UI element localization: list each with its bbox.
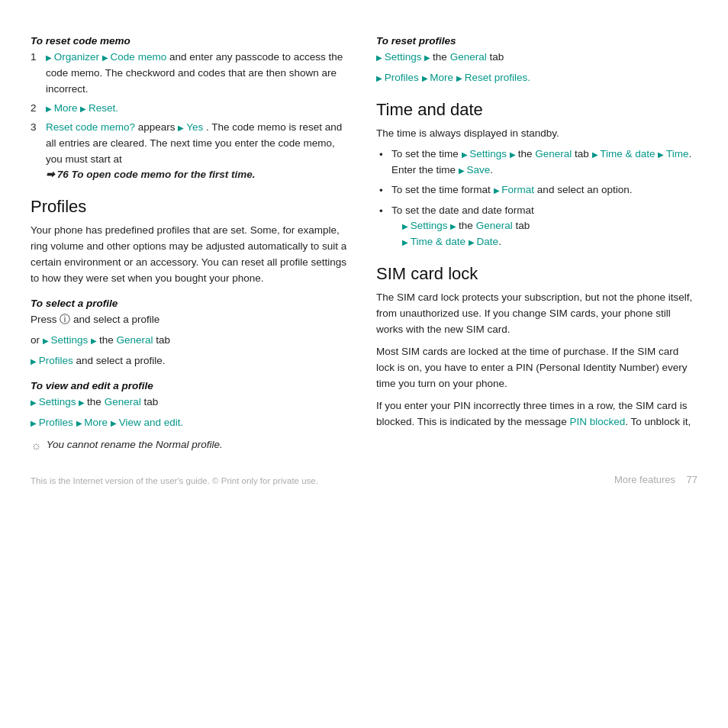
link-settings-rp[interactable]: Settings [385, 51, 422, 63]
page-layout: To reset code memo 1 ▶ Organizer ▶ Code … [31, 24, 697, 453]
view-edit-line1: ▶ Settings ▶ the General tab [31, 395, 352, 411]
link-general-td[interactable]: General [535, 148, 572, 159]
link-general-sel[interactable]: General [116, 334, 153, 346]
arrow-icon: ▶ [510, 150, 518, 159]
link-view-edit[interactable]: View and edit. [119, 417, 184, 428]
item-num-1: 1 [31, 50, 41, 98]
footer: This is the Internet version of the user… [31, 474, 697, 485]
sim-card-section: SIM card lock The SIM card lock protects… [376, 264, 697, 430]
sim-para2: Most SIM cards are locked at the time of… [376, 344, 697, 392]
arrow-icon: ▶ [462, 150, 470, 159]
link-profiles-rp[interactable]: Profiles [385, 72, 419, 83]
footer-page: More features 77 [614, 474, 697, 485]
link-settings-d[interactable]: Settings [411, 220, 448, 231]
item-num-2: 2 [31, 101, 41, 117]
reset-profiles-heading: To reset profiles [376, 35, 697, 47]
arrow-icon: ▶ [376, 74, 385, 82]
link-organizer[interactable]: Organizer [54, 51, 99, 63]
link-pin-blocked[interactable]: PIN blocked [569, 416, 625, 427]
arrow-icon: ▶ [450, 222, 459, 230]
reset-profiles-line2: ▶ Profiles ▶ More ▶ Reset profiles. [376, 70, 697, 86]
view-edit-heading: To view and edit a profile [31, 380, 352, 391]
sim-para1: The SIM card lock protects your subscrip… [376, 290, 697, 338]
arrow-icon: ▶ [102, 53, 111, 62]
arrow-icon: ▶ [402, 222, 411, 230]
arrow-icon: ▶ [422, 74, 430, 82]
arrow-icon: ▶ [469, 238, 477, 246]
arrow-icon: ▶ [459, 166, 467, 175]
link-more-rp[interactable]: More [430, 72, 453, 83]
arrow-icon: ▶ [91, 337, 99, 345]
arrow-icon: ▶ [80, 105, 89, 113]
select-profile-subsection: To select a profile Press ⓘ and select a… [31, 298, 352, 369]
arrow-icon: ▶ [456, 74, 465, 82]
link-general-ve[interactable]: General [105, 396, 141, 407]
link-code-memo[interactable]: Code memo [111, 51, 167, 63]
item-text-2: ▶ More ▶ Reset. [46, 101, 352, 117]
arrow-icon: ▶ [76, 419, 85, 427]
item-text-1: ▶ Organizer ▶ Code memo and enter any pa… [46, 50, 352, 98]
col-right: To reset profiles ▶ Settings ▶ the Gener… [376, 24, 697, 453]
arrow-icon: ▶ [424, 53, 433, 62]
link-reset-profiles[interactable]: Reset profiles. [465, 72, 530, 83]
bullet-set-date-content: To set the date and date format ▶ Settin… [391, 203, 697, 251]
arrow-icon: ▶ [43, 337, 51, 345]
link-general-d[interactable]: General [476, 220, 513, 231]
ref-link: ➡ 76 To open code memo for the first tim… [46, 169, 256, 180]
arrow-icon: ▶ [31, 357, 39, 366]
arrow-icon: ▶ [46, 105, 54, 113]
arrow-icon: ▶ [111, 419, 119, 427]
time-date-section: Time and date The time is always display… [376, 100, 697, 250]
footer-disclaimer: This is the Internet version of the user… [31, 476, 318, 485]
tip-icon: ☼ [31, 439, 42, 453]
profiles-intro: Your phone has predefined profiles that … [31, 223, 352, 287]
bullet-dot: • [379, 204, 387, 220]
select-profile-heading: To select a profile [31, 298, 352, 309]
link-settings-sel[interactable]: Settings [51, 334, 89, 346]
link-settings-td[interactable]: Settings [469, 148, 507, 159]
link-settings-ve[interactable]: Settings [39, 396, 76, 407]
sim-card-title: SIM card lock [376, 264, 697, 284]
link-save[interactable]: Save [467, 164, 491, 176]
bullet-set-time: • To set the time ▶ Settings ▶ the Gener… [379, 147, 697, 179]
sim-para3: If you enter your PIN incorrectly three … [376, 398, 697, 430]
profiles-title: Profiles [31, 197, 352, 217]
arrow-icon: ▶ [79, 398, 87, 407]
link-time-date[interactable]: Time & date [600, 148, 655, 159]
arrow-icon: ▶ [402, 238, 411, 246]
time-date-intro: The time is always displayed in standby. [376, 126, 697, 142]
link-date[interactable]: Date [477, 236, 499, 247]
item-text-3: Reset code memo? appears ▶ Yes . The cod… [46, 120, 352, 184]
reset-profiles-line1: ▶ Settings ▶ the General tab [376, 50, 697, 66]
link-more-ve[interactable]: More [84, 417, 108, 428]
code-memo-item-3: 3 Reset code memo? appears ▶ Yes . The c… [31, 120, 352, 184]
bullet-dot: • [379, 147, 387, 163]
bullet-set-date: • To set the date and date format ▶ Sett… [379, 203, 697, 251]
tip-box: ☼ You cannot rename the Normal profile. [31, 439, 352, 453]
view-edit-line2: ▶ Profiles ▶ More ▶ View and edit. [31, 415, 352, 431]
time-date-title: Time and date [376, 100, 697, 120]
link-time-date-d[interactable]: Time & date [411, 236, 465, 247]
arrow-icon: ▶ [31, 419, 39, 427]
link-reset-code-memo-q[interactable]: Reset code memo? [46, 121, 135, 133]
link-profiles-sel[interactable]: Profiles [39, 355, 73, 366]
link-yes[interactable]: Yes [186, 121, 203, 133]
link-time[interactable]: Time [666, 148, 689, 159]
link-reset[interactable]: Reset. [89, 102, 118, 114]
link-format[interactable]: Format [501, 184, 534, 195]
bullet-dot: • [379, 183, 387, 199]
code-memo-item-2: 2 ▶ More ▶ Reset. [31, 101, 352, 117]
select-profile-line2: or ▶ Settings ▶ the General tab [31, 333, 352, 349]
arrow-icon: ▶ [592, 150, 601, 159]
link-profiles-ve[interactable]: Profiles [39, 417, 73, 428]
reset-profiles-section: To reset profiles ▶ Settings ▶ the Gener… [376, 35, 697, 86]
item-num-3: 3 [31, 120, 41, 184]
appears-text: appears [138, 121, 179, 133]
link-more[interactable]: More [54, 102, 78, 114]
code-memo-item-1: 1 ▶ Organizer ▶ Code memo and enter any … [31, 50, 352, 98]
reset-code-memo-section: To reset code memo 1 ▶ Organizer ▶ Code … [31, 35, 352, 183]
arrow-icon: ▶ [658, 150, 666, 159]
select-profile-line3: ▶ Profiles and select a profile. [31, 353, 352, 369]
view-edit-subsection: To view and edit a profile ▶ Settings ▶ … [31, 380, 352, 431]
link-general-rp[interactable]: General [450, 51, 487, 63]
